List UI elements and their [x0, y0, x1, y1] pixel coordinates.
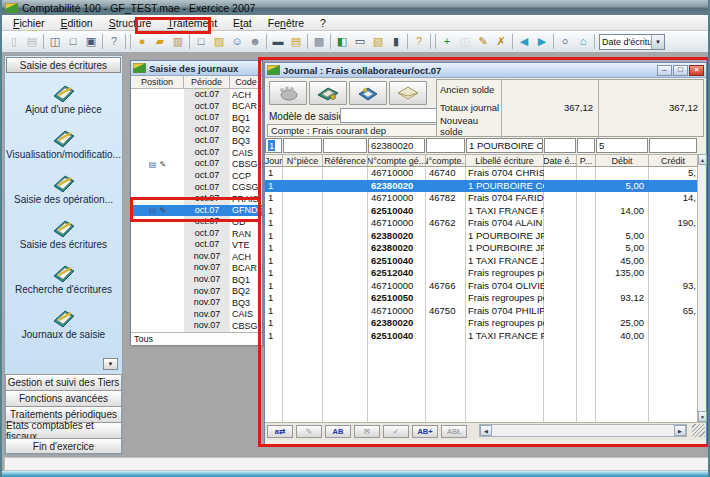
libelle-field[interactable]: 1 POURBOIRE CCG ( [466, 138, 543, 153]
exit-icon[interactable]: ⌂ [575, 33, 592, 50]
tray-icon[interactable]: ▥ [170, 33, 187, 50]
search-icon[interactable]: ○ [557, 33, 574, 50]
vertical-scrollbar[interactable]: ▲ ▼ [697, 154, 706, 422]
terminal-icon[interactable]: ▬ [270, 33, 287, 50]
p-field[interactable] [577, 138, 595, 153]
compte-tiers-field[interactable] [426, 138, 465, 153]
piece-field[interactable] [283, 138, 322, 153]
journal-entry-row[interactable]: 1 62380020 Frais regroupes pou... 25,00 [265, 317, 697, 330]
ab-box-button[interactable]: AB [325, 425, 351, 438]
journal-entry-row[interactable]: 1 46710000 46740 Frais 0704 CHRIST... 5, [265, 167, 697, 180]
desk-icon[interactable]: ▭ [352, 33, 369, 50]
cut-icon[interactable]: ◫ [47, 33, 64, 50]
window-titlebar[interactable]: Comptabilité 100 - GF_TEST.mae - Exercic… [2, 0, 710, 15]
journal-entry-row[interactable]: 1 46710000 46782 Frais 0704 FARID ... 14… [265, 192, 697, 205]
scroll-left-icon[interactable]: ◀ [480, 425, 492, 436]
sidebar-group-button[interactable]: Gestion et suivi des Tiers [5, 374, 122, 390]
column-header-code[interactable]: Code [230, 76, 262, 88]
journal-entry-row[interactable]: 1 62512040 Frais regroupes pou... 135,00 [265, 267, 697, 280]
column-header-position[interactable]: Position [131, 76, 184, 88]
account-user-icon[interactable]: ☺ [229, 33, 246, 50]
journal-list-row[interactable]: ▤✎ oct.07 ACH [131, 89, 262, 101]
date-filter-select[interactable]: Date d'écriture ▼ [599, 34, 665, 50]
folders-icon[interactable]: ▧ [370, 33, 387, 50]
scroll-up-icon[interactable]: ▲ [698, 154, 707, 165]
sidebar-item[interactable]: Ajout d'une pièce [5, 76, 122, 121]
journal-entry-row[interactable]: 1 62380020 1 POURBOIRE JF... 5,00 [265, 242, 697, 255]
journal-list-row[interactable]: ▤✎ oct.07 BCAR [131, 101, 262, 113]
journal-list-row[interactable]: ▤✎ nov.07 BQ3 [131, 297, 262, 309]
menu-item[interactable]: Traitement [159, 16, 225, 30]
sidebar-group-button[interactable]: Etats comptables et fiscaux [5, 422, 122, 438]
column-header-piece[interactable]: N°pièce [283, 155, 323, 166]
close-button[interactable]: × [689, 65, 704, 76]
new-document-icon[interactable]: ▯ [6, 33, 23, 50]
reference-field[interactable] [323, 138, 367, 153]
journal-list-row[interactable]: ▤✎ oct.07 BQ2 [131, 124, 262, 136]
safe-icon[interactable]: ▩ [311, 33, 328, 50]
resize-grip[interactable] [692, 424, 705, 437]
journal-entry-row[interactable]: 1 62510040 1 TAXI FRANCE JF... 45,00 [265, 255, 697, 268]
journal-list-row[interactable]: ▤✎ oct.07 OD [131, 216, 262, 228]
menu-item[interactable]: Structure [101, 16, 160, 30]
next-icon[interactable]: ▶ [534, 33, 551, 50]
menu-item[interactable]: ? [312, 16, 334, 30]
column-header-jour[interactable]: Jour [265, 155, 283, 166]
help-bubble-icon[interactable]: ? [106, 33, 123, 50]
journal-entry-row[interactable]: 1 62510040 1 TAXI FRANCE FI... 14,00 [265, 205, 697, 218]
column-header-compte-general[interactable]: N°compte gé... [368, 155, 426, 166]
journal-list-row[interactable]: ▤✎ oct.07 FRAIS [131, 193, 262, 205]
scan-button[interactable] [309, 81, 347, 105]
horizontal-scrollbar[interactable]: ◀ ▶ [479, 424, 687, 437]
sidebar-scroll-down-button[interactable]: ▼ [103, 358, 118, 370]
journal-entry-row[interactable]: 1 62510040 1 TAXI FRANCE P... 40,00 [265, 330, 697, 343]
envelope-button[interactable] [389, 81, 427, 105]
sidebar-group-button[interactable]: Fonctions avancées [5, 390, 122, 406]
help-icon[interactable]: ? [411, 33, 428, 50]
credit-field[interactable] [649, 138, 697, 153]
sidebar-item[interactable]: Journaux de saisie [5, 301, 122, 346]
jour-field[interactable]: 1 [265, 138, 282, 153]
column-header-periode[interactable]: Période [184, 76, 230, 88]
scroll-down-icon[interactable]: ▼ [698, 411, 707, 422]
journal-list-row[interactable]: ▤✎ nov.07 BQ2 [131, 286, 262, 298]
journal-list-row[interactable]: ▤✎ oct.07 CBSG [131, 158, 262, 170]
mail-button[interactable]: ✉ [354, 425, 380, 438]
folder-icon[interactable]: ▨ [211, 33, 228, 50]
copy-icon[interactable]: □ [65, 33, 82, 50]
menu-item[interactable]: Etat [225, 16, 260, 30]
journal-list-row[interactable]: ▤✎ nov.07 CAIS [131, 309, 262, 321]
workstation-icon[interactable]: ▮ [388, 33, 405, 50]
sidebar-item[interactable]: Recherche d'écritures [5, 256, 122, 301]
document-add-icon[interactable]: ◧ [334, 33, 351, 50]
journal-list-row[interactable]: ▤✎ nov.07 BCAR [131, 262, 262, 274]
user-search-icon[interactable]: ☻ [247, 33, 264, 50]
previous-icon[interactable]: ◀ [516, 33, 533, 50]
journaux-filter-footer[interactable]: Tous [131, 332, 262, 345]
journal-list-row[interactable]: ▤✎ oct.07 CAIS [131, 147, 262, 159]
sidebar-item[interactable]: Saisie des écritures [5, 211, 122, 256]
journaux-window-titlebar[interactable]: Saisie des journaux [131, 61, 262, 76]
menu-item[interactable]: Fichier [5, 16, 53, 30]
sidebar-item[interactable]: Visualisation/modificatio... [5, 121, 122, 166]
journal-list-row[interactable]: ▤✎ oct.07 CCP [131, 170, 262, 182]
ab-link-button[interactable]: a⇄ [267, 425, 293, 438]
column-header-compte-tiers[interactable]: N°compte... [426, 155, 466, 166]
journal-entry-row[interactable]: 1 62380020 1 POURBOIRE JF... 5,00 [265, 230, 697, 243]
chevron-down-icon[interactable]: ▼ [651, 35, 664, 49]
column-header-date[interactable]: Date é... [544, 155, 577, 166]
menu-item[interactable]: Fenêtre [260, 16, 312, 30]
journal-list-row[interactable]: ▤✎ oct.07 GFNDF [131, 205, 262, 217]
minimize-button[interactable]: – [657, 65, 672, 76]
sidebar-item[interactable]: Saisie des opération... [5, 166, 122, 211]
journal-list-row[interactable]: ▤✎ nov.07 ACH [131, 251, 262, 263]
journal-entry-row[interactable]: 1 46710000 46762 Frais 0704 ALAIN ... 19… [265, 217, 697, 230]
journal-list-row[interactable]: ▤✎ oct.07 CGSG [131, 182, 262, 194]
pencil-button[interactable]: ✎ [296, 425, 322, 438]
sidebar-header[interactable]: Saisie des écritures [6, 57, 121, 73]
journal-list-row[interactable]: ▤✎ oct.07 BQ3 [131, 135, 262, 147]
restore-button[interactable]: □ [673, 65, 688, 76]
date-field[interactable] [544, 138, 576, 153]
journal-entry-row[interactable]: 1 46710000 46766 Frais 0704 OLIVIE... 93… [265, 280, 697, 293]
scroll-right-icon[interactable]: ▶ [674, 425, 686, 436]
